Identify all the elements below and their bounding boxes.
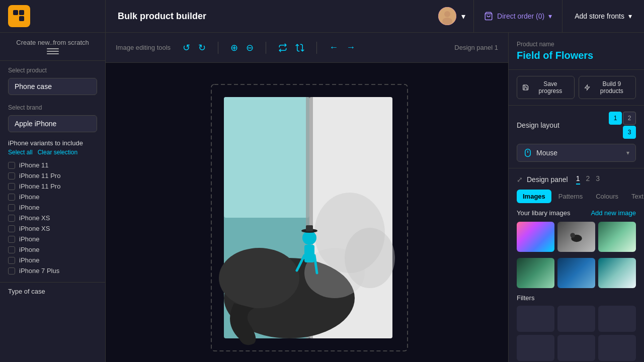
action-buttons: Save progress Build 9 products — [509, 70, 644, 106]
select-brand-dropdown[interactable]: Apple iPhone — [8, 115, 97, 132]
create-new-icon — [8, 48, 97, 54]
panel-tabs: Images Patterns Colours Text — [517, 190, 636, 203]
library-image-2[interactable] — [557, 222, 595, 252]
variant-name-8: iPhone — [19, 246, 39, 253]
filter-4[interactable] — [517, 335, 554, 361]
variant-checkbox-3[interactable] — [8, 194, 15, 201]
add-store-label: Add store fronts — [575, 12, 624, 20]
tab-colours[interactable]: Colours — [590, 190, 624, 203]
variant-item-3: iPhone — [8, 192, 97, 202]
build-products-label: Build 9 products — [593, 80, 630, 95]
layout-cell-1[interactable]: 1 — [609, 112, 622, 125]
svg-point-5 — [444, 11, 450, 17]
variant-name-6: iPhone XS — [19, 225, 50, 232]
library-image-4[interactable] — [517, 258, 554, 288]
variants-title: iPhone variants to include — [8, 139, 97, 147]
zoom-in-button[interactable]: ⊕ — [228, 40, 240, 55]
variant-name-1: iPhone 11 Pro — [19, 172, 60, 179]
build-products-button[interactable]: Build 9 products — [579, 76, 636, 99]
direct-order-button[interactable]: Direct order (0) ▾ — [474, 0, 562, 32]
select-all-button[interactable]: Select all — [8, 149, 33, 156]
flip-horizontal-button[interactable] — [276, 41, 289, 54]
tab-images[interactable]: Images — [517, 190, 551, 203]
svg-marker-24 — [585, 85, 589, 90]
flip-vertical-button[interactable] — [293, 41, 306, 54]
avatar-area[interactable]: ▾ — [430, 0, 474, 32]
variant-checkbox-1[interactable] — [8, 172, 15, 179]
mouse-dropdown[interactable]: Mouse ▾ — [517, 144, 636, 162]
direct-order-label: Direct order (0) — [497, 12, 544, 20]
filter-6[interactable] — [598, 335, 636, 361]
svg-point-18 — [302, 231, 316, 245]
filter-2[interactable] — [557, 306, 595, 332]
variant-checkbox-7[interactable] — [8, 236, 15, 243]
add-store-dropdown-icon: ▾ — [628, 12, 632, 20]
variant-name-3: iPhone — [19, 193, 39, 201]
select-brand-label: Select brand — [8, 104, 97, 111]
design-panel-section: ⤢ Design panel 1 2 3 Images Patterns Col… — [509, 168, 644, 362]
clear-selection-button[interactable]: Clear selection — [38, 149, 77, 156]
design-panel-num-2[interactable]: 2 — [586, 174, 590, 185]
add-new-image-button[interactable]: Add new image — [591, 209, 636, 217]
layout-cell-2[interactable]: 2 — [623, 112, 636, 125]
select-product-dropdown[interactable]: Phone case — [8, 78, 97, 95]
library-image-1[interactable] — [517, 222, 554, 252]
expand-icon[interactable]: ⤢ — [517, 175, 523, 184]
library-header: Your libary images Add new image — [517, 209, 636, 217]
variant-checkbox-0[interactable] — [8, 162, 15, 169]
variant-checkbox-2[interactable] — [8, 183, 15, 190]
variant-checkbox-5[interactable] — [8, 215, 15, 222]
design-panel-number-tabs: 1 2 3 — [576, 174, 600, 185]
dropdown-icon: ▾ — [548, 12, 552, 20]
design-panel-label: Design panel 1 — [454, 44, 498, 51]
logo-icon — [8, 5, 30, 27]
tab-text[interactable]: Text — [625, 190, 644, 203]
toolbar-divider-1 — [218, 42, 218, 54]
variant-name-5: iPhone XS — [19, 214, 50, 222]
svg-rect-1 — [19, 10, 24, 15]
create-new-button[interactable]: Create new..from scratch — [0, 33, 105, 61]
zoom-out-button[interactable]: ⊖ — [244, 40, 256, 55]
next-button[interactable]: → — [344, 40, 357, 55]
product-name-label: Product name — [517, 41, 636, 48]
toolbar-divider-2 — [266, 42, 266, 54]
filter-1[interactable] — [517, 306, 554, 332]
save-progress-button[interactable]: Save progress — [517, 76, 575, 99]
prev-button[interactable]: ← — [327, 40, 340, 55]
sidebar: Create new..from scratch Select product … — [0, 33, 106, 362]
navigate-group: ← → — [327, 40, 357, 55]
library-image-3[interactable] — [598, 222, 636, 252]
product-name-value: Field of Flowers — [517, 50, 636, 61]
variant-name-7: iPhone — [19, 235, 39, 243]
image-grid-top — [517, 222, 636, 252]
filter-5[interactable] — [557, 335, 595, 361]
tab-patterns[interactable]: Patterns — [552, 190, 589, 203]
variant-checkbox-6[interactable] — [8, 225, 15, 232]
library-image-6[interactable] — [598, 258, 636, 288]
variant-checkbox-8[interactable] — [8, 246, 15, 253]
svg-rect-0 — [13, 10, 18, 15]
create-new-text: Create new..from scratch — [8, 39, 97, 46]
image-grid-bottom — [517, 258, 636, 288]
add-store-button[interactable]: Add store fronts ▾ — [562, 0, 644, 32]
design-panel-num-3[interactable]: 3 — [596, 174, 600, 185]
variant-checkbox-9[interactable] — [8, 257, 15, 264]
design-panel-num-1[interactable]: 1 — [576, 174, 580, 185]
variant-name-9: iPhone — [19, 256, 39, 264]
layout-cell-3[interactable]: 3 — [623, 126, 636, 139]
library-image-5[interactable] — [557, 258, 595, 288]
right-panel: Product name Field of Flowers Save progr… — [508, 33, 644, 362]
redo-button[interactable]: ↻ — [196, 40, 208, 55]
logo-area — [0, 0, 106, 32]
zoom-group: ⊕ ⊖ — [228, 40, 256, 55]
select-brand-section: Select brand Apple iPhone — [0, 98, 105, 135]
variants-list: iPhone 11 iPhone 11 Pro iPhone 11 Pro iP… — [8, 160, 97, 276]
filter-3[interactable] — [598, 306, 636, 332]
variant-checkbox-4[interactable] — [8, 204, 15, 211]
product-name-section: Product name Field of Flowers — [509, 33, 644, 70]
variant-checkbox-10[interactable] — [8, 267, 15, 275]
canvas-content — [106, 63, 508, 362]
undo-button[interactable]: ↺ — [181, 40, 192, 55]
chevron-down-icon: ▾ — [461, 12, 465, 21]
svg-rect-19 — [304, 245, 314, 262]
